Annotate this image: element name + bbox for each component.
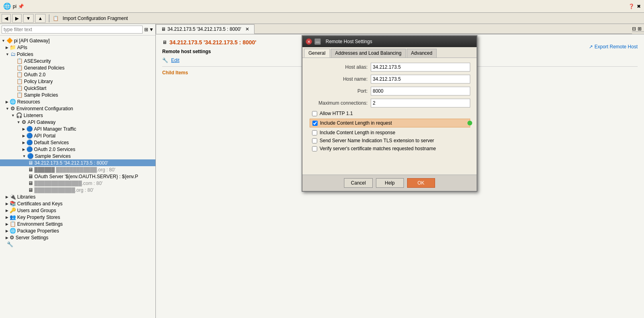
- allow-http11-row: Allow HTTP 1.1: [309, 111, 470, 116]
- tree-item-server-settings[interactable]: 🔧: [0, 241, 155, 248]
- tree-label-sample-services: Sample Services: [35, 153, 71, 159]
- verify-cert-checkbox[interactable]: [312, 146, 317, 151]
- tree-label-key-stores: Environment Settings: [17, 221, 63, 227]
- tree-label-api-manager: API Manager Traffic: [34, 126, 76, 132]
- host-alias-row: Host alias:: [309, 63, 470, 72]
- cancel-button[interactable]: Cancel: [344, 178, 372, 188]
- host-alias-input[interactable]: [371, 63, 470, 72]
- host-name-row: Host name:: [309, 75, 470, 83]
- tree-item-server4[interactable]: 🖥 ██████████████.com : 80': [0, 180, 155, 187]
- export-label: Export Remote Host: [594, 44, 638, 50]
- tree-label-sample-pol: Sample Policies: [24, 92, 58, 98]
- tree-item-sample-services[interactable]: ▼ 🔵 Sample Services: [0, 153, 155, 159]
- nav-icon: 📋: [53, 16, 59, 21]
- port-row: Port:: [309, 87, 470, 95]
- tree-item-policy-lib[interactable]: 📋 Policy Library: [0, 78, 155, 85]
- tree-item-api-manager[interactable]: ▶ 🔵 API Manager Traffic: [0, 125, 155, 132]
- port-label: Port:: [309, 88, 371, 94]
- tree-item-api-portal[interactable]: ▶ 🔵 API Portal: [0, 132, 155, 139]
- help-button[interactable]: Help: [376, 178, 404, 188]
- search-input[interactable]: [2, 26, 143, 34]
- send-tls-checkbox[interactable]: [312, 138, 317, 143]
- tree-item-server5[interactable]: 🖥 ████████████.org : 80': [0, 187, 155, 193]
- tree-item-api-gateway[interactable]: ▼ ⚙ API Gateway: [0, 119, 155, 125]
- tree-item-quickstart[interactable]: 📋 QuickStart: [0, 85, 155, 91]
- nav-up-button[interactable]: ▲: [35, 14, 46, 23]
- tree-item-pkg-props[interactable]: ▶ ⚙ Server Settings: [0, 234, 155, 241]
- tree-label-server4: ██████████████.com : 80': [34, 181, 103, 186]
- send-tls-label: Send Server Name Indication TLS extensio…: [320, 138, 434, 143]
- port-input[interactable]: [371, 87, 470, 95]
- browser-icon: 🌐 pi 📌: [3, 2, 24, 10]
- tree-item-listeners[interactable]: ▼ 🎧 Listeners: [0, 112, 155, 119]
- close-icon[interactable]: ✖: [637, 4, 641, 9]
- max-connections-input[interactable]: [371, 99, 470, 107]
- tree-item-env-settings[interactable]: ▶ 🌐 Package Properties: [0, 227, 155, 234]
- left-panel: ⊞ ▼ ▼ 🔶 pi [API Gateway] ▶ 📁 APIs ▼ 🗂 Po…: [0, 24, 156, 318]
- tree-item-generated[interactable]: 📋 Generated Policies: [0, 64, 155, 71]
- tree-label-users: Key Property Stores: [17, 215, 60, 220]
- tree-item-pi[interactable]: ▼ 🔶 pi [API Gateway]: [0, 37, 155, 44]
- dialog-tab-advanced[interactable]: Advanced: [407, 49, 437, 58]
- max-connections-row: Maximum connections:: [309, 99, 470, 107]
- tree-item-server1[interactable]: 🖥 34.212.173.5 '34.212.173.5 : 8000': [0, 159, 155, 166]
- dialog-title-left: ✕ — Remote Host Settings: [306, 38, 372, 45]
- panel-tab-icon: 🖥: [161, 26, 166, 32]
- tree-item-env-config[interactable]: ▼ ⚙ Environment Configuration: [0, 105, 155, 112]
- minimize-panel-btn[interactable]: ⊟: [632, 26, 636, 32]
- tree-item-server2[interactable]: 🖥 ██████ ████████████.org : 80': [0, 166, 155, 173]
- filter-icon[interactable]: ⊞: [144, 27, 148, 32]
- tree-label-server3: OAuth Server '${env.OAUTH.SERVER} : ${en…: [34, 174, 138, 179]
- dialog-tab-addresses[interactable]: Addresses and Load Balancing: [331, 49, 406, 58]
- export-link[interactable]: ↗ Export Remote Host: [589, 44, 638, 50]
- tree-item-oauth2[interactable]: 📋 OAuth 2.0: [0, 71, 155, 78]
- tree-label-oauth2: OAuth 2.0: [24, 72, 46, 78]
- ok-button[interactable]: OK: [407, 178, 435, 188]
- dialog-tabs: General Addresses and Load Balancing Adv…: [302, 47, 477, 58]
- tree-item-apis[interactable]: ▶ 📁 APIs: [0, 44, 155, 51]
- tree-label-certs: Users and Groups: [17, 208, 56, 213]
- tree-label-listeners: Listeners: [24, 113, 43, 118]
- tree-item-policies[interactable]: ▼ 🗂 Policies: [0, 51, 155, 58]
- host-name-label: Host name:: [309, 76, 371, 82]
- tree-item-certs[interactable]: ▶ 🔑 Users and Groups: [0, 207, 155, 214]
- tree-item-resources[interactable]: ▶ 🌐 Resources: [0, 98, 155, 105]
- tree-label-server2: ██████ ████████████.org : 80': [34, 167, 115, 173]
- tree-item-users[interactable]: ▶ 👥 Key Property Stores: [0, 214, 155, 221]
- tree-item-server3[interactable]: 🖥 OAuth Server '${env.OAUTH.SERVER} : ${…: [0, 173, 155, 180]
- edit-link[interactable]: Edit: [171, 58, 179, 63]
- tree-label-libraries: Certificates and Keys: [17, 201, 62, 207]
- top-toolbar: 🌐 pi 📌 ❓ ✖: [0, 0, 644, 13]
- nav-title: Import Configuration Fragment: [63, 16, 128, 21]
- nav-down-button[interactable]: ▼: [23, 14, 34, 23]
- maximize-panel-btn[interactable]: ⊞: [638, 26, 642, 32]
- host-alias-label: Host alias:: [309, 64, 371, 70]
- back-button[interactable]: ◀: [2, 14, 11, 23]
- remote-host-settings-dialog: ✕ — Remote Host Settings General Address…: [302, 35, 477, 192]
- forward-button[interactable]: ▶: [12, 14, 22, 23]
- tree-item-ase[interactable]: 📋 ASESecurity: [0, 58, 155, 64]
- tree-label-resources: Resources: [17, 99, 40, 105]
- tree-item-default-services[interactable]: ▶ 🔵 Default Services: [0, 139, 155, 146]
- dialog-tab-general[interactable]: General: [304, 49, 330, 58]
- dialog-footer: Cancel Help OK: [302, 175, 477, 191]
- tree-item-key-stores[interactable]: ▶ 📋 Environment Settings: [0, 221, 155, 227]
- host-name-input[interactable]: [371, 75, 470, 83]
- tree-item-sample-pol[interactable]: 📋 Sample Policies: [0, 91, 155, 98]
- include-content-length-req-checkbox[interactable]: [312, 121, 318, 126]
- tree-label-policy-lib: Policy Library: [24, 79, 53, 84]
- help-icon[interactable]: ❓: [628, 4, 634, 9]
- tree-item-libraries[interactable]: ▶ 📚 Certificates and Keys: [0, 200, 155, 207]
- include-content-length-res-checkbox[interactable]: [312, 130, 317, 135]
- tree-label-server1: 34.212.173.5 '34.212.173.5 : 8000': [34, 160, 108, 166]
- filter-dropdown-icon[interactable]: ▼: [149, 27, 154, 32]
- tree-label-ext-connections: Libraries: [17, 194, 36, 200]
- tree-item-ext-connections[interactable]: ▶ 🔌 Libraries: [0, 193, 155, 200]
- dialog-minimize-button[interactable]: —: [314, 38, 321, 45]
- panel-tab-main[interactable]: 🖥 34.212.173.5 '34.212.173.5 : 8000' ✕: [156, 24, 254, 34]
- dialog-close-button[interactable]: ✕: [306, 38, 312, 45]
- tree-item-oauth-services[interactable]: ▶ 🔵 OAuth 2.0 Services: [0, 146, 155, 153]
- panel-tab-close[interactable]: ✕: [245, 26, 249, 32]
- allow-http11-checkbox[interactable]: [312, 111, 317, 116]
- tree-label-env-settings: Package Properties: [17, 228, 59, 234]
